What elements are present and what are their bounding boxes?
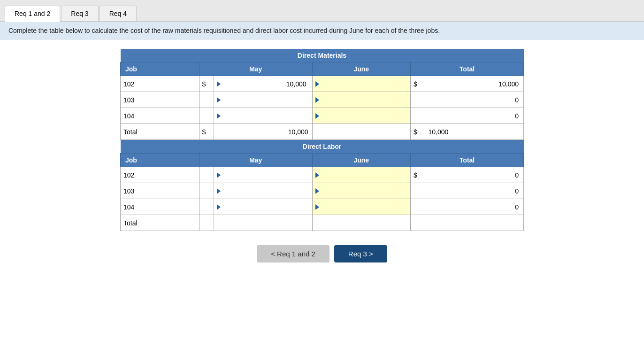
dl-june-cell-103[interactable] — [312, 183, 411, 199]
dm-may-cell-104[interactable] — [214, 108, 313, 124]
dm-job-103: 103 — [121, 92, 199, 108]
dm-row-102: 102 $ $ 10,000 — [121, 76, 524, 92]
dl-total-dollar-102: $ — [411, 167, 425, 183]
dm-june-arrow-104 — [315, 113, 319, 119]
dl-row-102: 102 $ 0 — [121, 167, 524, 183]
dl-job-103: 103 — [121, 183, 199, 199]
dl-total-dollar-103 — [411, 183, 425, 199]
dl-may-arrow-103 — [217, 188, 221, 194]
dm-row-104: 104 0 — [121, 108, 524, 124]
dm-total-label: Total — [121, 124, 199, 140]
dm-june-input-104[interactable] — [321, 112, 408, 120]
bottom-nav: < Req 1 and 2 Req 3 > — [8, 245, 636, 262]
dm-may-arrow-103 — [217, 97, 221, 103]
tab-req-1-and-2[interactable]: Req 1 and 2 — [5, 6, 60, 22]
dm-total-total-value: 10,000 — [425, 124, 524, 140]
dl-col-june: June — [312, 154, 411, 167]
dm-may-input-103[interactable] — [222, 96, 309, 104]
dm-row-total: Total $ 10,000 $ 10,000 — [121, 124, 524, 140]
dl-may-dollar-103 — [199, 183, 214, 199]
dl-june-arrow-104 — [315, 204, 319, 210]
dl-june-input-103[interactable] — [321, 187, 408, 195]
tabs-bar: Req 1 and 2 Req 3 Req 4 — [0, 0, 644, 22]
dm-total-dollar-102: $ — [411, 76, 425, 92]
dm-may-arrow-104 — [217, 113, 221, 119]
dl-may-cell-102[interactable] — [214, 167, 313, 183]
prev-button[interactable]: < Req 1 and 2 — [257, 245, 330, 262]
dl-may-input-102[interactable] — [222, 171, 309, 179]
dl-total-total-dollar — [411, 215, 425, 231]
dm-june-input-102[interactable] — [321, 80, 408, 88]
dl-row-104: 104 0 — [121, 199, 524, 215]
dm-total-total-dollar: $ — [411, 124, 425, 140]
dm-may-cell-102[interactable] — [214, 76, 313, 92]
dl-june-arrow-102 — [315, 172, 319, 178]
dm-may-input-102[interactable] — [222, 80, 308, 88]
dm-june-arrow-103 — [315, 97, 319, 103]
dl-total-cell-103: 0 — [425, 183, 524, 199]
dl-col-may: May — [199, 154, 312, 167]
dm-june-cell-103[interactable] — [312, 92, 411, 108]
dl-col-job: Job — [121, 154, 199, 167]
dl-june-input-102[interactable] — [321, 171, 408, 179]
dl-job-104: 104 — [121, 199, 199, 215]
dl-may-dollar-102 — [199, 167, 214, 183]
dm-col-may: May — [199, 62, 312, 76]
dl-total-dollar-104 — [411, 199, 425, 215]
dl-row-total: Total — [121, 215, 524, 231]
dl-may-arrow-102 — [217, 172, 221, 178]
dl-total-june-value — [312, 215, 411, 231]
dm-june-input-103[interactable] — [321, 96, 408, 104]
dm-col-total: Total — [411, 62, 524, 76]
dl-may-dollar-104 — [199, 199, 214, 215]
main-content: Direct Materials Job May June Total 102 … — [0, 39, 644, 272]
dl-may-input-104[interactable] — [222, 203, 309, 211]
dm-total-dollar-104 — [411, 108, 425, 124]
dl-row-103: 103 0 — [121, 183, 524, 199]
dl-may-cell-103[interactable] — [214, 183, 313, 199]
dl-job-102: 102 — [121, 167, 199, 183]
dl-june-input-104[interactable] — [321, 203, 408, 211]
dl-total-total-value — [425, 215, 524, 231]
direct-materials-header: Direct Materials — [121, 49, 524, 62]
dm-total-may-value: 10,000 — [214, 124, 313, 140]
next-button[interactable]: Req 3 > — [334, 245, 387, 262]
dl-total-label: Total — [121, 215, 199, 231]
dm-total-cell-104: 0 — [425, 108, 524, 124]
dl-june-cell-102[interactable] — [312, 167, 411, 183]
dm-job-104: 104 — [121, 108, 199, 124]
direct-labor-header: Direct Labor — [121, 140, 524, 154]
dm-may-dollar-104 — [199, 108, 214, 124]
dm-total-dollar-103 — [411, 92, 425, 108]
dm-row-103: 103 0 — [121, 92, 524, 108]
dl-total-cell-104: 0 — [425, 199, 524, 215]
dl-may-arrow-104 — [217, 204, 221, 210]
dl-june-cell-104[interactable] — [312, 199, 411, 215]
dm-june-arrow-102 — [315, 81, 319, 87]
dm-may-cell-103[interactable] — [214, 92, 313, 108]
page-container: Req 1 and 2 Req 3 Req 4 Complete the tab… — [0, 0, 644, 355]
dl-total-may-dollar — [199, 215, 214, 231]
dl-total-may-value — [214, 215, 313, 231]
dm-total-may-dollar: $ — [199, 124, 214, 140]
dl-total-cell-102: 0 — [425, 167, 524, 183]
dm-may-arrow-102 — [217, 81, 221, 87]
direct-materials-table: Direct Materials Job May June Total 102 … — [120, 49, 524, 231]
tab-req-4[interactable]: Req 4 — [100, 6, 137, 21]
dm-job-102: 102 — [121, 76, 199, 92]
dm-col-job: Job — [121, 62, 199, 76]
dl-may-cell-104[interactable] — [214, 199, 313, 215]
dm-may-dollar-103 — [199, 92, 214, 108]
dm-col-june: June — [312, 62, 411, 76]
dm-total-june-value — [312, 124, 411, 140]
dl-col-total: Total — [411, 154, 524, 167]
dl-june-arrow-103 — [315, 188, 319, 194]
dm-may-input-104[interactable] — [222, 112, 309, 120]
dm-june-cell-102[interactable] — [312, 76, 411, 92]
dm-total-cell-102: 10,000 — [425, 76, 524, 92]
dl-may-input-103[interactable] — [222, 187, 309, 195]
dm-june-cell-104[interactable] — [312, 108, 411, 124]
tab-req-3[interactable]: Req 3 — [61, 6, 98, 21]
dm-may-dollar-102: $ — [199, 76, 214, 92]
instruction-text: Complete the table below to calculate th… — [0, 22, 644, 39]
